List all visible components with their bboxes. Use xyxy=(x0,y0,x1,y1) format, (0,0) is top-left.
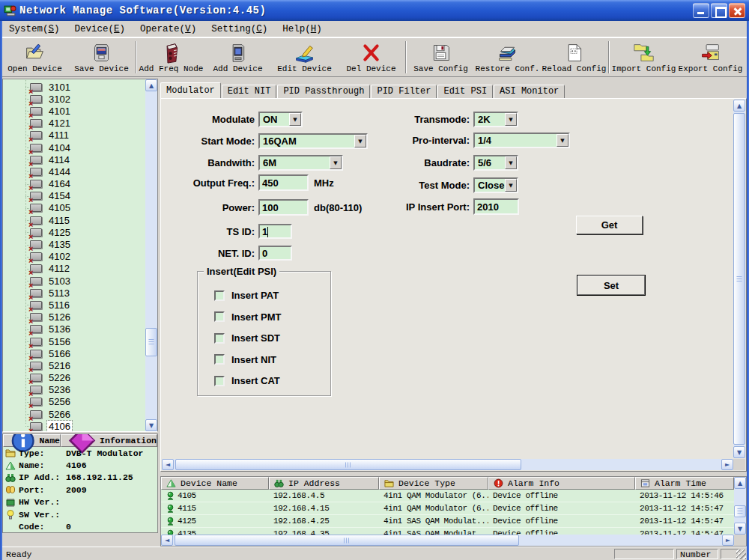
transmode-select[interactable]: 2K xyxy=(473,112,518,127)
content-vertical-scrollbar[interactable]: ▲ ▼ xyxy=(733,100,745,458)
tree-item-5226[interactable]: 5226 xyxy=(3,372,145,384)
power-input[interactable] xyxy=(258,199,309,216)
checkbox-box[interactable] xyxy=(214,333,225,344)
minimize-button[interactable] xyxy=(693,3,709,18)
bandwith-select[interactable]: 6M xyxy=(258,155,343,171)
tree-item-4135[interactable]: 4135 xyxy=(3,238,145,250)
output-freq-input[interactable] xyxy=(258,174,309,191)
column-header-device-name[interactable]: Device Name xyxy=(161,477,269,490)
scroll-left-button[interactable]: ◄ xyxy=(162,459,174,470)
ts-id-input[interactable] xyxy=(258,224,292,239)
scroll-up-button[interactable]: ▲ xyxy=(733,100,745,112)
tree-item-4111[interactable]: 4111 xyxy=(3,130,145,141)
tree-item-5113[interactable]: 5113 xyxy=(3,287,145,299)
save-config-button[interactable]: Save Config xyxy=(407,39,474,76)
import-config-button[interactable]: Import Config xyxy=(610,39,677,76)
scroll-left-button[interactable]: ◄ xyxy=(161,535,173,546)
tab-pid-filter[interactable]: PID Filter xyxy=(371,85,437,98)
scroll-down-button[interactable]: ▼ xyxy=(733,446,745,458)
scroll-right-button[interactable]: ► xyxy=(722,535,734,546)
tree-item-4125[interactable]: 4125 xyxy=(3,226,145,238)
alarm-horizontal-scrollbar[interactable]: ◄ ► xyxy=(161,535,734,546)
set-button[interactable]: Set xyxy=(577,276,645,295)
tree-item-5256[interactable]: 5256 xyxy=(3,396,145,408)
alarm-row-4105[interactable]: 4105 192.168.4.5 4in1 QAM Modulator (6..… xyxy=(161,490,734,502)
tree-item-4104[interactable]: 4104 xyxy=(3,141,145,153)
column-header-ip-address[interactable]: IP Address xyxy=(269,477,379,490)
column-header-device-type[interactable]: Device Type xyxy=(379,477,488,490)
scroll-thumb[interactable] xyxy=(145,328,157,356)
tree-item-4106[interactable]: 4106 xyxy=(3,420,145,432)
export-config-button[interactable]: Export Config xyxy=(677,39,744,76)
tree-item-3101[interactable]: 3101 xyxy=(3,81,145,93)
tab-edit-psi[interactable]: Edit PSI xyxy=(437,85,493,98)
reload-config-button[interactable]: Reload Config xyxy=(541,39,607,76)
tree-item-5266[interactable]: 5266 xyxy=(3,408,145,420)
alarm-row-4125[interactable]: 4125 192.168.4.25 4in1 SAS QAM Modulat..… xyxy=(161,515,734,528)
tree-item-5156[interactable]: 5156 xyxy=(3,335,145,347)
restore-config-button[interactable]: Restore Conf. xyxy=(474,39,541,76)
tree-item-4112[interactable]: 4112 xyxy=(3,263,145,275)
checkbox-box[interactable] xyxy=(214,290,225,301)
column-header-alarm-info[interactable]: Alarm Info xyxy=(488,477,635,490)
tree-item-5216[interactable]: 5216 xyxy=(3,359,145,371)
scroll-down-button[interactable]: ▼ xyxy=(145,419,157,431)
checkbox-insert-sdt[interactable]: Insert SDT xyxy=(214,332,330,344)
get-button[interactable]: Get xyxy=(576,216,643,234)
menu-item-operate[interactable]: Operate(V) xyxy=(133,22,204,36)
column-header-alarm-time[interactable]: Alarm Time xyxy=(635,477,734,490)
add-freq-node-button[interactable]: Add Freq Node xyxy=(138,39,204,76)
baudrate-select[interactable]: 5/6 xyxy=(473,155,518,171)
save-device-button[interactable]: Save Device xyxy=(68,39,135,76)
scroll-right-button[interactable]: ► xyxy=(721,459,733,470)
tab-asi-monitor[interactable]: ASI Monitor xyxy=(494,85,565,98)
checkbox-box[interactable] xyxy=(214,376,225,386)
tree-item-4101[interactable]: 4101 xyxy=(3,105,145,117)
tree-item-3102[interactable]: 3102 xyxy=(3,93,145,105)
add-device-button[interactable]: Add Device xyxy=(204,39,271,76)
tab-modulator[interactable]: Modulator xyxy=(160,82,221,98)
pro-interval-select[interactable]: 1/4 xyxy=(473,133,570,148)
menu-item-system[interactable]: System(S) xyxy=(1,22,67,36)
tree-item-5236[interactable]: 5236 xyxy=(3,384,145,396)
ip-insert-port-input[interactable] xyxy=(473,198,519,215)
alarm-row-4115[interactable]: 4115 192.168.4.15 4in1 QAM Modulator (6.… xyxy=(161,502,734,515)
start-mode-select[interactable]: 16QAM xyxy=(258,133,368,149)
menu-item-device[interactable]: Device(E) xyxy=(67,22,133,36)
checkbox-insert-nit[interactable]: Insert NIT xyxy=(214,354,330,365)
tree-item-5103[interactable]: 5103 xyxy=(3,275,145,287)
scroll-up-button[interactable]: ▲ xyxy=(734,477,746,489)
tree-item-5136[interactable]: 5136 xyxy=(3,323,145,335)
checkbox-insert-cat[interactable]: Insert CAT xyxy=(214,375,330,386)
checkbox-box[interactable] xyxy=(214,354,225,365)
checkbox-insert-pmt[interactable]: Insert PMT xyxy=(214,311,330,323)
scroll-thumb[interactable] xyxy=(175,535,519,546)
modulate-select[interactable]: ON xyxy=(258,112,303,127)
menu-item-setting[interactable]: Setting(C) xyxy=(204,22,275,36)
alarm-vertical-scrollbar[interactable]: ▲ ▼ xyxy=(734,477,746,535)
tree-item-4105[interactable]: 4105 xyxy=(3,202,145,214)
checkbox-box[interactable] xyxy=(214,311,225,322)
scroll-thumb[interactable] xyxy=(734,505,746,517)
open-device-button[interactable]: Open Device xyxy=(1,39,68,76)
tree-item-4102[interactable]: 4102 xyxy=(3,251,145,263)
tree-item-4115[interactable]: 4115 xyxy=(3,214,145,226)
resize-grip[interactable] xyxy=(736,550,746,559)
scroll-thumb[interactable] xyxy=(733,113,745,445)
tree-item-5116[interactable]: 5116 xyxy=(3,299,145,311)
scroll-down-button[interactable]: ▼ xyxy=(734,523,746,535)
tree-item-4121[interactable]: 4121 xyxy=(3,118,145,130)
scroll-thumb[interactable] xyxy=(175,459,521,470)
tree-item-4164[interactable]: 4164 xyxy=(3,178,145,190)
tab-pid-passthrough[interactable]: PID Passthrough xyxy=(277,85,370,98)
content-horizontal-scrollbar[interactable]: ◄ ► xyxy=(162,459,733,470)
info-name-column-header[interactable]: Name xyxy=(3,434,61,447)
scroll-up-button[interactable]: ▲ xyxy=(145,79,157,91)
tree-item-5126[interactable]: 5126 xyxy=(3,311,145,323)
tree-item-4114[interactable]: 4114 xyxy=(3,153,145,165)
tab-edit-nit[interactable]: Edit NIT xyxy=(222,85,277,98)
checkbox-insert-pat[interactable]: Insert PAT xyxy=(214,290,330,301)
test-mode-select[interactable]: Close xyxy=(473,177,518,193)
tree-item-5166[interactable]: 5166 xyxy=(3,347,145,359)
maximize-button[interactable] xyxy=(711,3,727,18)
